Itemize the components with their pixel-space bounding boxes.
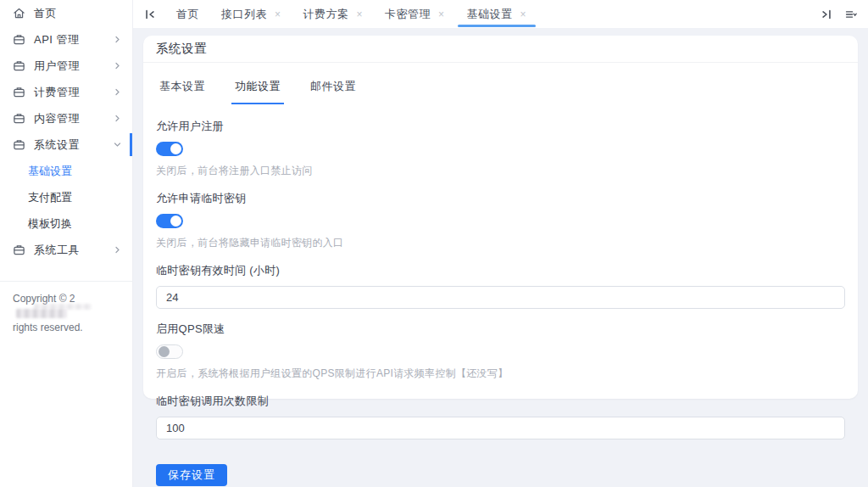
toggle-knob [170, 143, 181, 154]
sidebar-subitem-basic-settings[interactable]: 基础设置 [0, 158, 132, 184]
tab-label: 邮件设置 [310, 80, 356, 92]
tab-bar-actions [820, 0, 858, 28]
chevron-right-icon [114, 62, 122, 70]
tabs-scroll-right-icon[interactable] [820, 8, 833, 21]
temp-key-ttl-input[interactable] [156, 286, 845, 309]
app-box-icon [13, 33, 25, 46]
card-body: 基本设置 功能设置 邮件设置 允许用户注册 关闭后，前台将注册入口禁止访问 [143, 63, 858, 486]
app-box-icon [13, 112, 25, 125]
sidebar-item-label: 内容管理 [34, 111, 114, 126]
sidebar-item-system-tools[interactable]: 系统工具 [0, 237, 132, 263]
tab-label: 首页 [176, 7, 199, 22]
sidebar-item-api-management[interactable]: API 管理 [0, 26, 132, 53]
tab-basic[interactable]: 基本设置 [156, 74, 209, 104]
settings-card: 系统设置 基本设置 功能设置 邮件设置 允许用户注册 [143, 36, 858, 399]
sidebar-subitem-label: 模板切换 [28, 216, 72, 232]
sidebar-subitem-template-switch[interactable]: 模板切换 [0, 210, 132, 237]
sidebar-item-home[interactable]: 首页 [0, 0, 132, 26]
field-label: 允许用户注册 [156, 119, 845, 134]
sidebar-item-user-management[interactable]: 用户管理 [0, 53, 132, 79]
tab-email[interactable]: 邮件设置 [307, 74, 359, 104]
sidebar-item-label: 首页 [34, 6, 122, 21]
tabs-scroll-left-icon[interactable] [143, 8, 157, 21]
tab-label: 功能设置 [235, 80, 281, 92]
chevron-right-icon [114, 115, 122, 123]
tab-label: 卡密管理 [385, 7, 431, 22]
app-box-icon [13, 244, 25, 256]
tab-basic-settings[interactable]: 基础设置 × [456, 0, 538, 28]
tab-bar: 首页 接口列表 × 计费方案 × 卡密管理 × 基础设置 × [133, 0, 868, 28]
copyright-line2: rights reserved. [13, 322, 83, 333]
sidebar-item-content-management[interactable]: 内容管理 [0, 105, 132, 132]
page-title: 系统设置 [156, 41, 207, 57]
temp-key-call-limit-input[interactable] [156, 417, 845, 439]
toggle-knob [159, 346, 170, 357]
app-box-icon [13, 138, 25, 151]
field-help: 关闭后，前台将注册入口禁止访问 [156, 164, 845, 178]
app-box-icon [13, 86, 25, 98]
allow-temp-key-toggle[interactable] [156, 214, 183, 228]
app-box-icon [13, 59, 25, 72]
home-icon [13, 7, 25, 20]
field-temp-key-call-limit: 临时密钥调用次数限制 [156, 394, 845, 439]
tab-home[interactable]: 首页 [165, 0, 210, 28]
close-icon[interactable]: × [438, 9, 445, 20]
sidebar: 首页 API 管理 用户管理 计费管理 [0, 0, 133, 487]
main-area: 首页 接口列表 × 计费方案 × 卡密管理 × 基础设置 × [133, 0, 868, 487]
tab-feature[interactable]: 功能设置 [231, 74, 284, 104]
close-icon[interactable]: × [520, 9, 527, 20]
sidebar-item-label: 系统设置 [34, 137, 114, 153]
tab-api-list[interactable]: 接口列表 × [210, 0, 292, 28]
open-tabs: 首页 接口列表 × 计费方案 × 卡密管理 × 基础设置 × [165, 0, 537, 28]
chevron-right-icon [114, 246, 122, 255]
field-temp-key-ttl: 临时密钥有效时间 (小时) [156, 263, 845, 309]
chevron-right-icon [114, 88, 122, 97]
sidebar-menu: 首页 API 管理 用户管理 计费管理 [0, 0, 132, 263]
chevron-down-icon [114, 141, 122, 149]
toggle-knob [170, 216, 181, 227]
active-menu-indicator [130, 133, 132, 156]
tab-label: 基础设置 [467, 7, 513, 22]
tab-card-key-management[interactable]: 卡密管理 × [374, 0, 456, 28]
sidebar-subitem-label: 基础设置 [28, 164, 72, 179]
close-icon[interactable]: × [275, 9, 281, 20]
sidebar-item-label: 系统工具 [34, 243, 114, 258]
field-label: 临时密钥有效时间 (小时) [156, 263, 845, 278]
field-label: 启用QPS限速 [156, 322, 845, 337]
redacted-text [16, 309, 67, 318]
content-area: 系统设置 基本设置 功能设置 邮件设置 允许用户注册 [133, 28, 868, 487]
chevron-right-icon [114, 36, 122, 44]
sidebar-item-label: 用户管理 [34, 59, 114, 74]
field-help: 开启后，系统将根据用户组设置的QPS限制进行API请求频率控制【还没写】 [156, 367, 845, 381]
field-allow-temp-key: 允许申请临时密钥 关闭后，前台将隐藏申请临时密钥的入口 [156, 191, 845, 250]
field-label: 允许申请临时密钥 [156, 191, 845, 206]
sidebar-item-label: 计费管理 [34, 85, 114, 100]
allow-register-toggle[interactable] [156, 142, 183, 156]
sidebar-subitem-payment-config[interactable]: 支付配置 [0, 184, 132, 210]
redacted-text [34, 304, 92, 310]
sidebar-subitem-label: 支付配置 [28, 190, 72, 205]
tab-label: 基本设置 [159, 80, 205, 92]
settings-tabs: 基本设置 功能设置 邮件设置 [156, 74, 845, 104]
field-allow-register: 允许用户注册 关闭后，前台将注册入口禁止访问 [156, 119, 845, 178]
tab-label: 接口列表 [221, 7, 267, 22]
sidebar-item-label: API 管理 [34, 32, 114, 48]
close-icon[interactable]: × [357, 9, 364, 20]
card-header: 系统设置 [143, 36, 858, 63]
copyright-line1: Copyright © 2 [13, 293, 75, 305]
tab-label: 计费方案 [303, 7, 349, 22]
sidebar-item-billing-management[interactable]: 计费管理 [0, 79, 132, 105]
tab-billing-plan[interactable]: 计费方案 × [292, 0, 375, 28]
field-qps-limit: 启用QPS限速 开启后，系统将根据用户组设置的QPS限制进行API请求频率控制【… [156, 322, 845, 381]
tab-list-dropdown-icon[interactable] [844, 8, 858, 21]
qps-limit-toggle[interactable] [156, 344, 183, 359]
field-label: 临时密钥调用次数限制 [156, 394, 845, 409]
sidebar-item-system-settings[interactable]: 系统设置 [0, 132, 132, 158]
save-button[interactable]: 保存设置 [156, 464, 227, 486]
copyright: Copyright © 2 rights reserved. [0, 281, 132, 335]
field-help: 关闭后，前台将隐藏申请临时密钥的入口 [156, 236, 845, 250]
